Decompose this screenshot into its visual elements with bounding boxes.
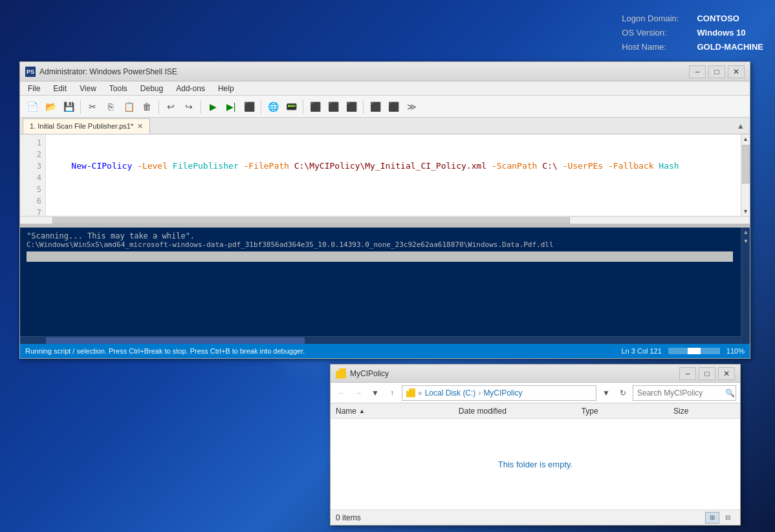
console-vscroll-down[interactable]: ▼ xyxy=(741,237,750,246)
ise-window: PS Administrator: Windows PowerShell ISE… xyxy=(19,61,750,359)
menu-help[interactable]: Help xyxy=(215,83,237,94)
toolbar-sep-2 xyxy=(158,100,159,114)
ise-tab-bar: 1. Initial Scan File Publisher.ps1* ✕ ▲ xyxy=(20,118,750,134)
view-large-icons-button[interactable]: ⊟ xyxy=(721,512,735,524)
explorer-nav: ← → ▼ ↑ « Local Disk (C:) › MyCIPolicy ▼… xyxy=(331,383,740,403)
toolbar-open-button[interactable]: 📂 xyxy=(42,98,59,115)
code-line-6 xyxy=(51,195,736,207)
toolbar-layout-1-button[interactable]: ⬛ xyxy=(307,98,323,115)
search-button[interactable]: 🔍 xyxy=(725,388,735,398)
ise-close-button[interactable]: ✕ xyxy=(728,65,745,78)
system-info: Logon Domain: CONTOSO OS Version: Window… xyxy=(622,12,763,54)
menu-tools[interactable]: Tools xyxy=(107,83,130,94)
col-type-header[interactable]: Type xyxy=(582,407,673,416)
menu-view[interactable]: View xyxy=(77,83,99,94)
vscroll-down-button[interactable]: ▼ xyxy=(741,207,750,216)
col-date-header[interactable]: Date modified xyxy=(459,407,582,416)
param-fallback: -Fallback xyxy=(608,161,653,171)
breadcrumb-disk[interactable]: Local Disk (C:) xyxy=(425,388,476,398)
menu-addons[interactable]: Add-ons xyxy=(173,83,208,94)
console-path-text: C:\Windows\WinSxS\amd64_microsoft-window… xyxy=(27,240,743,249)
tab-initial-scan[interactable]: 1. Initial Scan File Publisher.ps1* ✕ xyxy=(23,118,150,134)
menu-debug[interactable]: Debug xyxy=(138,83,166,94)
toolbar-paste-button[interactable]: 📋 xyxy=(120,98,137,115)
editor-vscrollbar[interactable]: ▲ ▼ xyxy=(741,134,750,216)
param-userpes: -UserPEs xyxy=(563,161,604,171)
view-details-button[interactable]: ⊞ xyxy=(705,512,719,524)
status-scroll-track[interactable] xyxy=(668,348,720,354)
toolbar-sep-3 xyxy=(201,100,201,114)
search-input[interactable] xyxy=(633,385,736,401)
ise-minimize-button[interactable]: – xyxy=(689,65,706,78)
col-name-header[interactable]: Name ▲ xyxy=(336,407,459,416)
ps-logo: PS xyxy=(25,67,36,77)
tab-close-button[interactable]: ✕ xyxy=(137,122,143,131)
toolbar-collapse-button[interactable]: ⬛ xyxy=(385,98,402,115)
param-scanpath: -ScanPath xyxy=(492,161,537,171)
nav-dropdown-button[interactable]: ▼ xyxy=(368,386,382,400)
toolbar-layout-2-button[interactable]: ⬛ xyxy=(325,98,342,115)
explorer-title: MyCIPolicy xyxy=(350,369,679,378)
vscroll-up-button[interactable]: ▲ xyxy=(741,134,750,144)
status-scroll-thumb[interactable] xyxy=(688,348,701,354)
status-position: Ln 3 Col 121 xyxy=(621,347,661,355)
editor-hscrollbar[interactable] xyxy=(20,216,750,224)
menu-file[interactable]: File xyxy=(25,83,43,94)
address-dropdown-button[interactable]: ▼ xyxy=(599,386,613,400)
empty-folder-text: This folder is empty. xyxy=(498,460,573,469)
nav-back-button[interactable]: ← xyxy=(334,386,349,400)
refresh-button[interactable]: ↻ xyxy=(616,386,630,400)
toolbar-extra-button[interactable]: ≫ xyxy=(403,98,420,115)
toolbar-redo-button[interactable]: ↪ xyxy=(180,98,197,115)
tab-scroll-up-button[interactable]: ▲ xyxy=(734,120,747,133)
editor-area: 1 2 3 4 5 6 7 New-CIPolicy -Level FilePu… xyxy=(20,134,750,224)
toolbar-new-button[interactable]: 📄 xyxy=(24,98,41,115)
console-hscrollbar[interactable] xyxy=(20,336,741,344)
ise-maximize-button[interactable]: □ xyxy=(708,65,725,78)
host-name-label: Host Name: xyxy=(622,40,679,54)
explorer-minimize-button[interactable]: – xyxy=(679,367,696,380)
explorer-window-controls: – □ ✕ xyxy=(679,367,735,380)
nav-forward-button[interactable]: → xyxy=(351,386,366,400)
sort-arrow: ▲ xyxy=(359,408,365,414)
toolbar-show-console-button[interactable]: 📟 xyxy=(283,98,300,115)
hscroll-thumb[interactable] xyxy=(52,217,570,224)
vscroll-thumb[interactable] xyxy=(742,145,750,184)
console-output[interactable]: "Scanning... This may take a while". C:\… xyxy=(20,228,750,344)
address-bar[interactable]: « Local Disk (C:) › MyCIPolicy xyxy=(402,385,596,401)
logon-domain-value: CONTOSO xyxy=(697,12,763,26)
menu-edit[interactable]: Edit xyxy=(50,83,69,94)
col-size-header[interactable]: Size xyxy=(673,407,735,416)
toolbar-copy-button[interactable]: ⎘ xyxy=(102,98,119,115)
ise-toolbar: 📄 📂 💾 ✂ ⎘ 📋 🗑 ↩ ↪ ▶ ▶| ⬛ 🌐 📟 ⬛ ⬛ ⬛ ⬛ ⬛ ≫ xyxy=(20,96,750,118)
toolbar-run-selection-button[interactable]: ▶| xyxy=(223,98,239,115)
editor-content[interactable]: 1 2 3 4 5 6 7 New-CIPolicy -Level FilePu… xyxy=(20,134,750,216)
code-line-2 xyxy=(51,149,736,160)
toolbar-clear-button[interactable]: 🗑 xyxy=(138,98,155,115)
param-filepath: -FilePath xyxy=(243,161,289,171)
explorer-close-button[interactable]: ✕ xyxy=(718,367,735,380)
toolbar-cut-button[interactable]: ✂ xyxy=(84,98,101,115)
console-hscroll-thumb[interactable] xyxy=(46,337,305,344)
toolbar-undo-button[interactable]: ↩ xyxy=(162,98,179,115)
address-folder-icon xyxy=(406,388,415,398)
code-editor[interactable]: New-CIPolicy -Level FilePublisher -FileP… xyxy=(46,134,741,216)
explorer-maximize-button[interactable]: □ xyxy=(699,367,715,380)
console-vscroll-up[interactable]: ▲ xyxy=(741,228,750,237)
ise-menu-bar: File Edit View Tools Debug Add-ons Help xyxy=(20,81,750,96)
value-scanpath: C:\ xyxy=(542,161,557,171)
toolbar-stop-button[interactable]: ⬛ xyxy=(241,98,257,115)
toolbar-save-button[interactable]: 💾 xyxy=(60,98,77,115)
os-version-value: Windows 10 xyxy=(697,26,763,40)
toolbar-expand-button[interactable]: ⬛ xyxy=(367,98,384,115)
toolbar-layout-3-button[interactable]: ⬛ xyxy=(343,98,360,115)
value-hash: Hash xyxy=(659,161,679,171)
nav-up-button[interactable]: ↑ xyxy=(385,386,399,400)
breadcrumb-folder[interactable]: MyCIPolicy xyxy=(483,388,522,398)
toolbar-sep-1 xyxy=(80,100,81,114)
console-vscrollbar[interactable]: ▲ ▼ xyxy=(741,228,750,344)
toolbar-run-button[interactable]: ▶ xyxy=(204,98,221,115)
value-filepath: C:\MyCIPolicy\My_Initial_CI_Policy.xml xyxy=(294,161,486,171)
toolbar-new-remote-button[interactable]: 🌐 xyxy=(265,98,281,115)
vscroll-track[interactable] xyxy=(741,144,750,207)
